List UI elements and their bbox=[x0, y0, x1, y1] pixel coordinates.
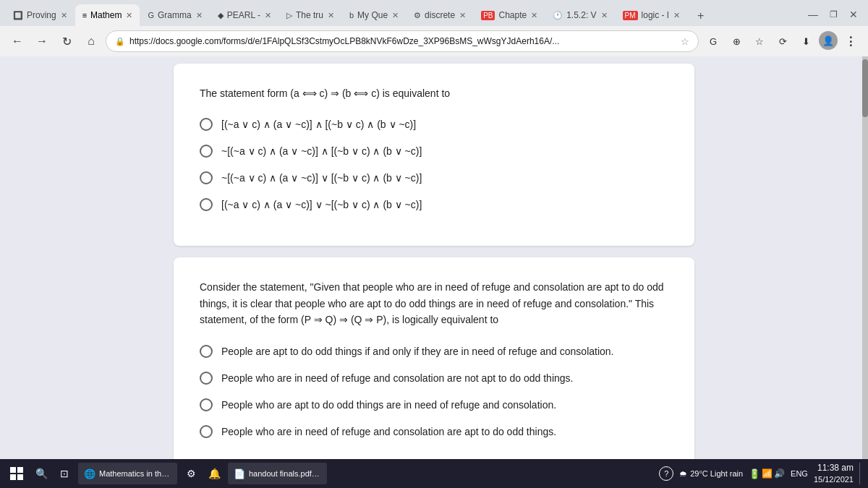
minimize-button[interactable]: — bbox=[804, 6, 822, 23]
start-button[interactable] bbox=[6, 463, 27, 484]
address-bar[interactable]: 🔒 https://docs.google.com/forms/d/e/1FAl… bbox=[106, 30, 699, 52]
svg-rect-2 bbox=[10, 474, 16, 480]
back-button[interactable]: ← bbox=[7, 31, 27, 51]
tab-thetru[interactable]: ▷ The tru ✕ bbox=[279, 4, 341, 26]
taskbar: 🔍 ⊡ 🌐 Mathematics in the ... ⚙ 🔔 📄 hando… bbox=[0, 459, 868, 488]
option-q1d[interactable]: [(~a ∨ c) ∧ (a ∨ ~c)] ∨ ~[(~b ∨ c) ∧ (b … bbox=[200, 197, 668, 213]
tab-gramma[interactable]: G Gramma ✕ bbox=[140, 4, 209, 26]
taskbar-settings-button[interactable]: ⚙ bbox=[182, 464, 200, 483]
tab-thetru-icon: ▷ bbox=[286, 11, 292, 20]
new-tab-button[interactable]: + bbox=[691, 6, 711, 26]
scrollbar[interactable] bbox=[862, 56, 868, 459]
radio-q2c[interactable] bbox=[200, 398, 213, 411]
tab-proving-close[interactable]: ✕ bbox=[61, 11, 67, 20]
radio-q1d[interactable] bbox=[200, 198, 213, 211]
system-tray: ? 🌧 29°C Light rain 🔋 📶 🔊 ENG 11:38 am 1… bbox=[659, 462, 862, 485]
question-card-1: The statement form (a ⟺ c) ⇒ (b ⟺ c) is … bbox=[174, 64, 694, 246]
tab-thetru-label: The tru bbox=[296, 10, 323, 20]
taskbar-mathematics-btn[interactable]: 🌐 Mathematics in the ... bbox=[78, 463, 177, 484]
option-q2d-text: People who are in need of refuge and con… bbox=[221, 424, 556, 440]
tab-myque-close[interactable]: ✕ bbox=[392, 11, 399, 20]
radio-q2b[interactable] bbox=[200, 372, 213, 385]
tab-myque-label: My Que bbox=[357, 10, 388, 20]
tab-logic-close[interactable]: ✕ bbox=[673, 11, 680, 20]
history-btn[interactable]: ⟳ bbox=[773, 31, 793, 51]
tab-discrete-close[interactable]: ✕ bbox=[459, 11, 466, 20]
tab-discrete-label: discrete bbox=[425, 10, 455, 20]
taskbar-mathematics-icon: 🌐 bbox=[84, 468, 95, 479]
option-q2b-text: People who are in need of refuge and con… bbox=[221, 371, 573, 386]
svg-rect-3 bbox=[17, 474, 23, 480]
tab-myque[interactable]: b My Que ✕ bbox=[342, 4, 406, 26]
tab-mathem-icon: ≡ bbox=[82, 11, 87, 20]
radio-q1c[interactable] bbox=[200, 171, 213, 184]
taskbar-pdf-icon: 📄 bbox=[234, 468, 245, 479]
tab-pearl-close[interactable]: ✕ bbox=[265, 11, 271, 20]
question-2-text: Consider the statement, "Given that peop… bbox=[200, 279, 668, 328]
nav-bar: ← → ↻ ⌂ 🔒 https://docs.google.com/forms/… bbox=[0, 26, 868, 56]
restore-button[interactable]: ❐ bbox=[825, 6, 842, 23]
profile-btn[interactable]: 👤 bbox=[819, 31, 838, 50]
tab-chapter[interactable]: PB Chapte ✕ bbox=[474, 4, 545, 26]
tab-bar: 🔲 Proving ✕ ≡ Mathem ✕ G Gramma ✕ ◆ PEAR… bbox=[0, 0, 868, 26]
tab-gramma-close[interactable]: ✕ bbox=[196, 11, 203, 20]
close-button[interactable]: ✕ bbox=[845, 6, 862, 23]
bookmark-btn[interactable]: ☆ bbox=[749, 31, 770, 51]
extension-btn-2[interactable]: ⊕ bbox=[726, 31, 746, 51]
option-q2a[interactable]: People are apt to do odd things if and o… bbox=[200, 344, 668, 359]
tab-v152-close[interactable]: ✕ bbox=[601, 11, 608, 20]
help-button[interactable]: ? bbox=[659, 466, 673, 481]
weather-widget[interactable]: 🌧 29°C Light rain bbox=[679, 469, 743, 478]
tab-gramma-label: Gramma bbox=[158, 10, 192, 20]
option-q1c[interactable]: ~[(~a ∨ c) ∧ (a ∨ ~c)] ∨ [(~b ∨ c) ∧ (b … bbox=[200, 171, 668, 186]
tab-logic[interactable]: PM logic - l ✕ bbox=[616, 4, 687, 26]
radio-q1a[interactable] bbox=[200, 118, 213, 131]
forward-button[interactable]: → bbox=[32, 31, 52, 51]
tab-proving[interactable]: 🔲 Proving ✕ bbox=[6, 4, 75, 26]
scrollbar-thumb[interactable] bbox=[862, 59, 868, 117]
tab-v152-icon: 🕐 bbox=[553, 11, 563, 20]
tab-gramma-icon: G bbox=[148, 11, 154, 20]
option-q2d[interactable]: People who are in need of refuge and con… bbox=[200, 424, 668, 440]
tab-v152-label: 1.5.2: V bbox=[566, 10, 596, 20]
tab-pearl[interactable]: ◆ PEARL - ✕ bbox=[210, 4, 278, 26]
tab-discrete[interactable]: ⚙ discrete ✕ bbox=[407, 4, 473, 26]
option-q2a-text: People are apt to do odd things if and o… bbox=[221, 344, 614, 359]
option-q2b[interactable]: People who are in need of refuge and con… bbox=[200, 371, 668, 386]
windows-icon bbox=[10, 467, 23, 480]
taskbar-search-button[interactable]: 🔍 bbox=[32, 464, 51, 483]
option-q2c[interactable]: People who are apt to do odd things are … bbox=[200, 398, 668, 413]
tab-v152[interactable]: 🕐 1.5.2: V ✕ bbox=[545, 4, 614, 26]
question-card-2: Consider the statement, "Given that peop… bbox=[174, 257, 694, 459]
tab-mathem-close[interactable]: ✕ bbox=[126, 11, 132, 20]
option-q1b[interactable]: ~[(~a ∨ c) ∧ (a ∨ ~c)] ∧ [(~b ∨ c) ∧ (b … bbox=[200, 144, 668, 159]
tab-thetru-close[interactable]: ✕ bbox=[328, 11, 334, 20]
radio-q2a[interactable] bbox=[200, 345, 213, 358]
tab-chapter-close[interactable]: ✕ bbox=[531, 11, 537, 20]
show-desktop-button[interactable] bbox=[859, 463, 862, 484]
weather-icon: 🌧 bbox=[679, 469, 687, 478]
tab-chapter-icon: PB bbox=[481, 11, 495, 20]
option-q1c-text: ~[(~a ∨ c) ∧ (a ∨ ~c)] ∨ [(~b ∨ c) ∧ (b … bbox=[221, 171, 422, 186]
form-container: The statement form (a ⟺ c) ⇒ (b ⟺ c) is … bbox=[174, 56, 694, 459]
radio-q2d[interactable] bbox=[200, 425, 213, 438]
taskbar-notification-button[interactable]: 🔔 bbox=[205, 464, 224, 483]
tab-mathem[interactable]: ≡ Mathem ✕ bbox=[75, 4, 140, 26]
radio-q1b[interactable] bbox=[200, 145, 213, 158]
tab-logic-label: logic - l bbox=[642, 10, 669, 20]
option-q1a[interactable]: [(~a ∨ c) ∧ (a ∨ ~c)] ∧ [(~b ∨ c) ∧ (b ∨… bbox=[200, 117, 668, 132]
svg-rect-1 bbox=[17, 467, 23, 473]
nav-actions: G ⊕ ☆ ⟳ ⬇ 👤 ⋮ bbox=[703, 31, 861, 51]
tab-proving-icon: 🔲 bbox=[13, 11, 23, 20]
extension-btn-1[interactable]: G bbox=[703, 31, 723, 51]
tab-myque-icon: b bbox=[349, 11, 354, 20]
option-q1a-text: [(~a ∨ c) ∧ (a ∨ ~c)] ∧ [(~b ∨ c) ∧ (b ∨… bbox=[221, 117, 416, 132]
taskbar-pdf-btn[interactable]: 📄 handout finals.pdf - ... bbox=[228, 463, 327, 484]
refresh-button[interactable]: ↻ bbox=[56, 31, 77, 51]
home-button[interactable]: ⌂ bbox=[81, 31, 101, 51]
clock[interactable]: 11:38 am 15/12/2021 bbox=[814, 462, 854, 485]
download-btn[interactable]: ⬇ bbox=[796, 31, 816, 51]
task-view-button[interactable]: ⊡ bbox=[55, 464, 74, 483]
option-q1d-text: [(~a ∨ c) ∧ (a ∨ ~c)] ∨ ~[(~b ∨ c) ∧ (b … bbox=[221, 197, 422, 213]
menu-btn[interactable]: ⋮ bbox=[841, 31, 861, 51]
